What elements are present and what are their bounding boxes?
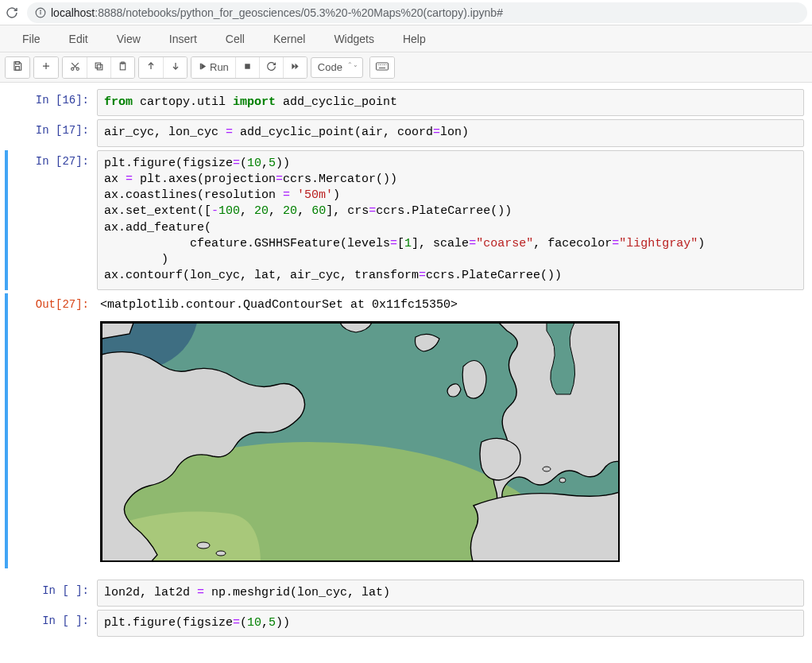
keyboard-icon xyxy=(376,61,389,73)
menu-bar: File Edit View Insert Cell Kernel Widget… xyxy=(0,25,812,52)
svg-rect-12 xyxy=(95,63,101,68)
restart-run-all-button[interactable] xyxy=(283,57,307,78)
svg-point-32 xyxy=(543,467,551,471)
save-button[interactable] xyxy=(6,57,29,78)
add-cell-button[interactable] xyxy=(34,57,58,78)
svg-marker-20 xyxy=(292,64,295,69)
run-icon xyxy=(198,61,207,73)
svg-rect-11 xyxy=(97,64,102,70)
svg-point-31 xyxy=(216,551,226,556)
menu-file[interactable]: File xyxy=(8,33,55,45)
input-prompt: In [27]: xyxy=(8,150,97,290)
cell[interactable]: In [16]: from cartopy.util import add_cy… xyxy=(8,89,804,116)
run-label: Run xyxy=(210,61,229,73)
command-palette-button[interactable] xyxy=(370,57,394,78)
menu-insert[interactable]: Insert xyxy=(155,33,211,45)
run-button[interactable]: Run xyxy=(191,57,235,78)
input-prompt: In [17]: xyxy=(8,119,97,146)
paste-button[interactable] xyxy=(110,57,134,78)
map-plot-output xyxy=(100,321,620,562)
input-prompt: In [ ]: xyxy=(8,580,97,607)
code-input[interactable]: plt.figure(figsize=(10,5)) xyxy=(97,610,804,637)
restart-icon xyxy=(266,61,276,74)
svg-rect-4 xyxy=(16,67,20,71)
code-input[interactable]: air_cyc, lon_cyc = add_cyclic_point(air,… xyxy=(97,119,804,146)
output-prompt: Out[27]: xyxy=(8,293,97,568)
svg-point-2 xyxy=(41,10,41,11)
url-port: :8888 xyxy=(95,6,122,19)
code-input[interactable]: plt.figure(figsize=(10,5)) ax = plt.axes… xyxy=(97,150,804,290)
notebook-body: In [16]: from cartopy.util import add_cy… xyxy=(0,83,812,656)
menu-view[interactable]: View xyxy=(102,33,155,45)
menu-cell[interactable]: Cell xyxy=(211,33,259,45)
code-input[interactable]: lon2d, lat2d = np.meshgrid(lon_cyc, lat) xyxy=(97,580,804,607)
paste-icon xyxy=(118,61,128,74)
svg-rect-3 xyxy=(16,62,20,64)
cell-output: Out[27]: <matplotlib.contour.QuadContour… xyxy=(5,293,804,568)
svg-marker-21 xyxy=(295,64,298,69)
cut-icon xyxy=(70,61,80,74)
menu-widgets[interactable]: Widgets xyxy=(319,33,389,45)
code-input[interactable]: from cartopy.util import add_cyclic_poin… xyxy=(97,89,804,116)
url-host: localhost xyxy=(51,6,95,19)
move-down-button[interactable] xyxy=(163,57,187,78)
reload-icon[interactable] xyxy=(5,6,19,20)
menu-help[interactable]: Help xyxy=(389,33,440,45)
arrow-up-icon xyxy=(146,61,156,73)
cell-selected[interactable]: In [27]: plt.figure(figsize=(10,5)) ax =… xyxy=(5,150,804,290)
stop-button[interactable] xyxy=(235,57,259,78)
menu-edit[interactable]: Edit xyxy=(55,33,102,45)
cell[interactable]: In [17]: air_cyc, lon_cyc = add_cyclic_p… xyxy=(8,119,804,146)
save-icon xyxy=(12,60,23,74)
url-input[interactable]: localhost :8888 /notebooks/python_for_ge… xyxy=(27,2,807,23)
browser-address-bar: localhost :8888 /notebooks/python_for_ge… xyxy=(0,0,812,25)
input-prompt: In [16]: xyxy=(8,89,97,116)
svg-marker-17 xyxy=(200,64,202,69)
menu-kernel[interactable]: Kernel xyxy=(259,33,319,45)
stop-icon xyxy=(243,61,252,73)
celltype-select[interactable]: Code xyxy=(311,57,363,78)
copy-icon xyxy=(94,61,104,74)
site-info-icon xyxy=(35,7,46,18)
cell[interactable]: In [ ]: plt.figure(figsize=(10,5)) xyxy=(8,610,804,637)
copy-button[interactable] xyxy=(87,57,110,78)
output-text: <matplotlib.contour.QuadContourSet at 0x… xyxy=(97,293,804,315)
svg-rect-19 xyxy=(245,64,249,68)
fast-forward-icon xyxy=(290,61,300,73)
svg-point-33 xyxy=(559,478,566,483)
svg-point-30 xyxy=(197,542,210,549)
url-path: /notebooks/python_for_geosciences/05.3%2… xyxy=(122,6,503,19)
move-up-button[interactable] xyxy=(139,57,163,78)
input-prompt: In [ ]: xyxy=(8,610,97,637)
svg-rect-22 xyxy=(376,63,388,70)
plus-icon xyxy=(41,61,51,73)
cut-button[interactable] xyxy=(63,57,87,78)
arrow-down-icon xyxy=(171,61,180,73)
restart-button[interactable] xyxy=(259,57,283,78)
cell[interactable]: In [ ]: lon2d, lat2d = np.meshgrid(lon_c… xyxy=(8,580,804,607)
svg-marker-18 xyxy=(202,64,207,69)
toolbar: Run Code xyxy=(0,52,812,83)
